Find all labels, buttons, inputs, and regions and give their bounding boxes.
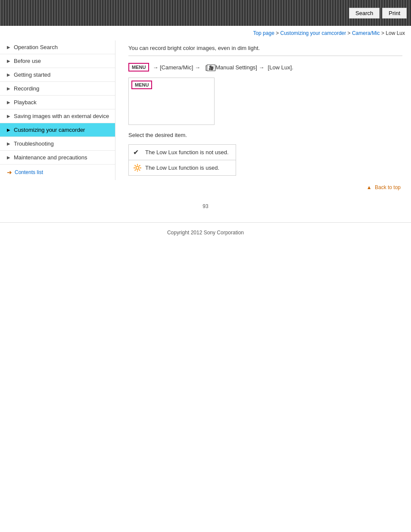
option-row-not-used: ✔ The Low Lux function is not used. <box>129 145 236 160</box>
contents-list-arrow-icon: ➜ <box>7 169 12 176</box>
header: Search Print <box>0 0 411 26</box>
sidebar-item-recording[interactable]: ▶ Recording <box>0 82 115 96</box>
arrow-icon: ▶ <box>7 100 10 105</box>
flow-step2: [🎥Manual Settings] → <box>204 64 265 71</box>
search-button[interactable]: Search <box>349 8 380 19</box>
menu-flow: MENU → [Camera/Mic] → [🎥Manual Settings]… <box>128 63 402 72</box>
sidebar-item-label: Operation Search <box>14 44 58 50</box>
arrow-icon: ▶ <box>7 45 10 50</box>
breadcrumb-sep2: > <box>348 30 352 36</box>
sidebar-item-label: Getting started <box>14 72 50 78</box>
back-to-top-link[interactable]: ▲ Back to top <box>128 184 402 190</box>
breadcrumb-camera-mic[interactable]: Camera/Mic <box>352 30 380 36</box>
breadcrumb-top-page[interactable]: Top page <box>253 30 274 36</box>
sidebar-item-label: Saving images with an external device <box>14 113 109 119</box>
intro-text: You can record bright color images, even… <box>128 45 402 56</box>
back-to-top-triangle-icon: ▲ <box>367 184 372 190</box>
select-text: Select the desired item. <box>128 132 402 138</box>
menu-inner-button: MENU <box>131 81 152 89</box>
option-label-used: The Low Lux function is used. <box>145 165 219 171</box>
breadcrumb-low-lux: Low Lux <box>386 30 405 36</box>
flow-step3: [Low Lux]. <box>268 64 293 71</box>
arrow-icon: ▶ <box>7 59 10 63</box>
sidebar: ▶ Operation Search ▶ Before use ▶ Gettin… <box>0 40 115 180</box>
arrow-icon: ▶ <box>7 155 10 160</box>
sidebar-item-playback[interactable]: ▶ Playback <box>0 96 115 109</box>
arrow-icon: ▶ <box>7 114 10 118</box>
back-to-top-label: Back to top <box>375 184 401 190</box>
contents-list-label: Contents list <box>15 169 43 175</box>
main-content: You can record bright color images, even… <box>115 40 411 199</box>
arrow-icon: ▶ <box>7 128 10 132</box>
sidebar-item-maintenance[interactable]: ▶ Maintenance and precautions <box>0 151 115 165</box>
contents-list-link[interactable]: ➜ Contents list <box>0 165 115 180</box>
sidebar-item-operation-search[interactable]: ▶ Operation Search <box>0 40 115 54</box>
checkmark-icon: ✔ <box>133 148 142 156</box>
main-layout: ▶ Operation Search ▶ Before use ▶ Gettin… <box>0 40 411 199</box>
option-row-used: 🔆 The Low Lux function is used. <box>129 160 236 175</box>
sidebar-item-getting-started[interactable]: ▶ Getting started <box>0 68 115 82</box>
sidebar-item-troubleshooting[interactable]: ▶ Troubleshooting <box>0 137 115 151</box>
sidebar-item-saving-images[interactable]: ▶ Saving images with an external device <box>0 109 115 123</box>
breadcrumb-customizing[interactable]: Customizing your camcorder <box>280 30 346 36</box>
page-number: 93 <box>0 199 411 214</box>
sidebar-item-before-use[interactable]: ▶ Before use <box>0 54 115 68</box>
footer: Copyright 2012 Sony Corporation <box>0 222 411 243</box>
arrow-icon: ▶ <box>7 86 10 91</box>
copyright-text: Copyright 2012 Sony Corporation <box>167 230 244 236</box>
arrow-icon: ▶ <box>7 72 10 77</box>
sidebar-item-label: Maintenance and precautions <box>14 154 87 161</box>
menu-button-label: MENU <box>128 63 149 72</box>
menu-preview-box: MENU <box>128 78 215 125</box>
option-label-not-used: The Low Lux function is not used. <box>145 149 229 156</box>
flow-step1: → [Camera/Mic] → <box>153 64 200 71</box>
sidebar-item-customizing[interactable]: ▶ Customizing your camcorder <box>0 123 115 137</box>
breadcrumb: Top page > Customizing your camcorder > … <box>0 26 411 40</box>
breadcrumb-sep1: > <box>276 30 280 36</box>
sidebar-item-label: Before use <box>14 58 41 64</box>
sidebar-item-label: Playback <box>14 99 37 106</box>
print-button[interactable]: Print <box>382 8 407 19</box>
breadcrumb-sep3: > <box>381 30 386 36</box>
sidebar-item-label: Customizing your camcorder <box>14 127 85 133</box>
arrow-icon: ▶ <box>7 141 10 146</box>
sidebar-item-label: Recording <box>14 85 39 92</box>
options-table: ✔ The Low Lux function is not used. 🔆 Th… <box>128 144 236 176</box>
sidebar-item-label: Troubleshooting <box>14 140 54 147</box>
low-lux-icon: 🔆 <box>133 164 142 172</box>
